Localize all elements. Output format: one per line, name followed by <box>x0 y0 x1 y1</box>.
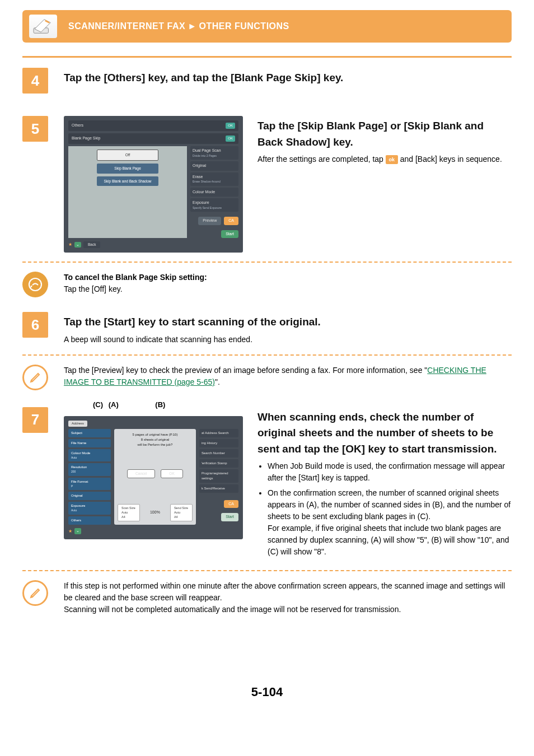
preview-note: Tap the [Preview] key to check the previ… <box>22 365 512 390</box>
side-exposure[interactable]: ExposureSpecify Send Exposure <box>190 198 238 212</box>
step-7-title: When scanning ends, check the number of … <box>257 409 512 458</box>
side-erase[interactable]: EraseErase Shadow Around <box>190 172 238 186</box>
side-resolution[interactable]: Resolution200 <box>68 463 111 476</box>
memo-icon <box>22 365 48 390</box>
opt-off[interactable]: Off <box>97 150 158 161</box>
side-file-name[interactable]: File Name <box>68 439 111 447</box>
right-verification-stamp[interactable]: 'erification Stamp <box>199 459 238 468</box>
ok-button[interactable]: OK <box>226 136 235 142</box>
tab-others[interactable]: Others <box>72 123 83 129</box>
favorite-icon[interactable]: ★ <box>68 241 72 248</box>
breadcrumb-section[interactable]: SCANNER/INTERNET FAX <box>68 21 185 31</box>
back-button[interactable]: Back <box>83 241 100 248</box>
timeout-note: If this step is not performed within one… <box>22 580 512 615</box>
opt-skip-blank-page[interactable]: Skip Blank Page <box>97 164 158 174</box>
right-global-search[interactable]: al Address Search <box>199 429 238 437</box>
callouts: (C) (A) (B) <box>93 399 165 410</box>
step-4: 4 Tap the [Others] key, and tap the [Bla… <box>22 68 512 94</box>
address-header[interactable]: Address <box>68 421 87 427</box>
scan-size[interactable]: Scan SizeAutoA4 <box>118 504 140 521</box>
right-search-number[interactable]: Search Number <box>199 449 238 458</box>
confirmation-screen: Address Subject File Name Colour ModeAut… <box>64 416 243 539</box>
memo-icon <box>22 580 48 606</box>
breadcrumb-subsection[interactable]: OTHER FUNCTIONS <box>199 21 289 31</box>
side-others[interactable]: Others <box>68 516 111 525</box>
timeout-note-text: If this step is not performed within one… <box>64 580 512 615</box>
step-5: 5 OthersOK Blank Page SkipOK Off Skip Bl… <box>22 116 512 253</box>
side-dual-page-scan[interactable]: Dual Page ScanDivide into 2 Pages <box>190 146 238 160</box>
dialog-cancel-button[interactable]: Cancel <box>127 469 155 478</box>
header-banner: SCANNER/INTERNET FAX►OTHER FUNCTIONS <box>22 10 512 43</box>
dialog-ok-button[interactable]: OK <box>161 469 182 478</box>
confirm-message: 5 pages of original have (P.10) 8 sheets… <box>132 432 177 447</box>
ca-button[interactable]: CA <box>224 500 238 508</box>
bullet-1: When Job Build mode is used, the confirm… <box>268 460 512 484</box>
step-4-title: Tap the [Others] key, and tap the [Blank… <box>64 70 512 86</box>
chevron-down-icon[interactable]: ⌄ <box>74 528 81 534</box>
preview-button[interactable]: Preview <box>198 217 221 225</box>
cancel-note-title: To cancel the Blank Page Skip setting: <box>64 272 207 283</box>
size-percent: 100% <box>150 510 160 516</box>
step-number: 7 <box>22 407 48 433</box>
blank-page-skip-screen: OthersOK Blank Page SkipOK Off Skip Blan… <box>64 116 243 253</box>
side-file-format[interactable]: File FormatP <box>68 478 111 491</box>
step-number: 4 <box>22 68 48 94</box>
dashed-divider <box>22 262 512 263</box>
divider <box>22 56 512 58</box>
send-size[interactable]: Send SizeAutoA4 <box>170 504 193 521</box>
callout-a: (A) <box>109 399 119 410</box>
right-send-receive[interactable]: k Send/Receive <box>199 484 238 493</box>
ok-icon: ok <box>386 155 398 164</box>
side-colour-mode[interactable]: Colour Mode <box>190 188 238 197</box>
svg-point-1 <box>29 278 41 291</box>
callout-c: (C) <box>93 399 103 410</box>
step-6-title: Tap the [Start] key to start scanning of… <box>64 314 512 330</box>
step-number: 6 <box>22 312 48 338</box>
favorite-icon[interactable]: ★ <box>68 528 72 535</box>
step-5-text: After the settings are completed, tap ok… <box>257 153 512 165</box>
step-6: 6 Tap the [Start] key to start scanning … <box>22 312 512 346</box>
scanner-icon <box>29 15 57 38</box>
tab-blank-page-skip[interactable]: Blank Page Skip <box>72 136 100 142</box>
start-button[interactable]: Start <box>221 230 238 239</box>
side-colour-mode[interactable]: Colour ModeAuto <box>68 449 111 462</box>
page-number: 5-104 <box>22 683 512 729</box>
chevron-down-icon[interactable]: ⌄ <box>74 242 81 248</box>
step-5-title: Tap the [Skip Blank Page] or [Skip Blank… <box>257 118 512 150</box>
breadcrumb: SCANNER/INTERNET FAX►OTHER FUNCTIONS <box>68 20 289 33</box>
right-program[interactable]: Programegistered settings <box>199 469 238 483</box>
side-original[interactable]: Original <box>68 492 111 500</box>
side-exposure[interactable]: ExposureAuto <box>68 502 111 515</box>
ok-button[interactable]: OK <box>226 123 235 129</box>
step-7: 7 (C) (A) (B) Address Subject File Name … <box>22 407 512 562</box>
ca-button[interactable]: CA <box>224 217 238 225</box>
side-original[interactable]: Original <box>190 161 238 171</box>
dashed-divider <box>22 570 512 571</box>
step-7-bullets: When Job Build mode is used, the confirm… <box>257 460 512 558</box>
cancel-note-text: Tap the [Off] key. <box>64 283 207 295</box>
opt-skip-blank-and-back-shadow[interactable]: Skip Blank and Back Shadow <box>97 176 158 186</box>
right-sending-history[interactable]: ing History <box>199 439 238 447</box>
bullet-2: On the confirmation screen, the number o… <box>268 487 512 558</box>
cancel-icon <box>22 272 48 297</box>
step-number: 5 <box>22 116 48 142</box>
callout-b: (B) <box>155 399 165 410</box>
dashed-divider <box>22 354 512 356</box>
start-button[interactable]: Start <box>221 513 238 521</box>
step-6-text: A beep will sound to indicate that scann… <box>64 334 512 346</box>
preview-note-text: Tap the [Preview] key to check the previ… <box>64 365 512 388</box>
cancel-note: To cancel the Blank Page Skip setting: T… <box>22 272 512 297</box>
side-subject[interactable]: Subject <box>68 429 111 437</box>
